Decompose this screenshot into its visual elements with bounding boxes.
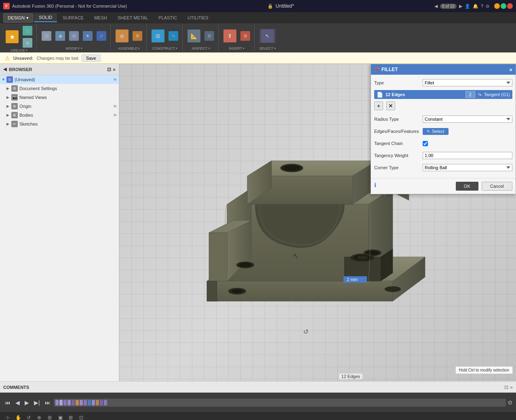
play-prev-button[interactable]: ◀ — [14, 399, 21, 407]
assemble-label[interactable]: ASSEMBLE ▾ — [118, 46, 140, 50]
inspect-label[interactable]: INSPECT ▾ — [192, 46, 210, 50]
save-button[interactable]: Save — [82, 55, 101, 62]
play-next-button[interactable]: ▶| — [32, 399, 42, 407]
browser-expand-icon[interactable]: » — [113, 67, 116, 72]
eye-icon-origin[interactable]: 👁 — [113, 104, 117, 109]
timeline-item-7[interactable] — [80, 400, 83, 405]
expand-arrow-origin[interactable]: ▶ — [6, 104, 11, 108]
cancel-button[interactable]: Cancel — [482, 182, 512, 191]
timeline-item-4[interactable] — [67, 400, 71, 405]
ribbon-btn-inspect-2[interactable]: ⊡ — [203, 30, 216, 42]
ribbon-btn-modify-4[interactable]: ✦ — [81, 30, 94, 42]
ribbon-btn-assemble-main[interactable]: ⊕ — [114, 29, 130, 43]
close-button[interactable] — [507, 3, 513, 9]
tree-item-bodies[interactable]: ▶ ⊞ Bodies 👁 — [0, 111, 119, 120]
tab-mesh[interactable]: MESH — [89, 14, 112, 22]
viewport[interactable]: ↺ ↖ 2 mm ⋮ Hold Ctrl to modify selection… — [119, 64, 516, 381]
tree-item-sketches[interactable]: ▶ ✏ Sketches — [0, 120, 119, 128]
bottom-btn-pan[interactable]: ✋ — [14, 413, 23, 420]
tab-utilities[interactable]: UTILITIES — [183, 14, 213, 22]
bottom-btn-orbit[interactable]: ↺ — [24, 413, 33, 420]
tree-item-named-views[interactable]: ▶ 📷 Named Views — [0, 93, 119, 102]
timeline-track[interactable] — [54, 399, 506, 407]
tangency-weight-input[interactable] — [423, 152, 512, 159]
ribbon-btn-modify-1[interactable]: ◷ — [40, 30, 53, 42]
design-dropdown[interactable]: DESIGN ▾ — [3, 13, 33, 23]
ribbon-btn-construct-main[interactable]: ⊞ — [150, 29, 166, 43]
timeline-item-13[interactable] — [104, 400, 107, 405]
profile-icon[interactable]: ⊙ — [486, 4, 489, 9]
notifications-icon[interactable]: 🔔 — [473, 4, 478, 9]
ribbon-btn-modify-3[interactable]: ⊙ — [67, 30, 80, 42]
ribbon-btn-select-main[interactable]: ↖ — [259, 29, 276, 43]
minimize-button[interactable] — [494, 3, 500, 9]
expand-arrow-bodies[interactable]: ▶ — [6, 113, 11, 117]
modify-label[interactable]: MODIFY ▾ — [66, 46, 82, 50]
remove-edge-button[interactable]: ✕ — [386, 101, 395, 110]
bottom-btn-grid[interactable]: ⊹ — [3, 413, 12, 420]
edge-value-box[interactable]: 2 — [465, 91, 475, 98]
ribbon-btn-inspect-main[interactable]: 📐 — [186, 29, 202, 43]
tab-solid[interactable]: SOLID — [34, 13, 57, 22]
ribbon-btn-create-1[interactable]: ⬡ — [21, 25, 34, 36]
ribbon-btn-insert-main[interactable]: ⬆ — [222, 29, 238, 43]
bottom-btn-view-2[interactable]: ⊞ — [66, 413, 75, 420]
nav-right-icon[interactable]: ▶ — [459, 4, 462, 9]
ribbon-btn-create-main[interactable]: ★ — [4, 29, 20, 44]
tree-item-unsaved[interactable]: ▼ ⊙ (Unsaved) 👁 — [0, 75, 119, 84]
expand-arrow-views[interactable]: ▶ — [6, 95, 11, 99]
timeline-item-10[interactable] — [92, 400, 95, 405]
fillet-pin-icon[interactable]: 📌 — [374, 67, 379, 72]
timeline-item-5[interactable] — [72, 400, 75, 405]
select-button[interactable]: ↖ Select — [423, 128, 449, 135]
timeline-item-3[interactable] — [63, 400, 67, 405]
tangent-chain-checkbox[interactable] — [423, 141, 428, 146]
ribbon-btn-assemble-2[interactable]: ⊞ — [131, 30, 144, 42]
timeline-item-6[interactable] — [76, 400, 79, 405]
eye-icon-unsaved[interactable]: 👁 — [113, 78, 117, 82]
ribbon-btn-create-2[interactable]: ⊞ — [21, 37, 34, 48]
timeline-item-9[interactable] — [88, 400, 91, 405]
play-to-end-button[interactable]: ⏭ — [43, 399, 52, 407]
maximize-button[interactable] — [501, 3, 506, 9]
fillet-type-select[interactable]: Fillet Chamfer — [423, 79, 512, 86]
tree-item-origin[interactable]: ▶ ⊕ Origin 👁 — [0, 102, 119, 111]
account-icon[interactable]: 👤 — [465, 4, 470, 9]
fillet-expand-icon[interactable]: » — [509, 66, 512, 73]
browser-icon-1[interactable]: ⊡ — [107, 67, 111, 72]
tab-sheet-metal[interactable]: SHEET METAL — [113, 14, 153, 22]
corner-type-select[interactable]: Rolling Ball Setback — [423, 164, 512, 171]
play-button[interactable]: ▶ — [23, 399, 31, 407]
expand-arrow-unsaved[interactable]: ▼ — [2, 78, 6, 82]
timeline-item-12[interactable] — [100, 400, 103, 405]
dimension-label[interactable]: 2 mm ⋮ — [343, 276, 367, 283]
expand-arrow-sketches[interactable]: ▶ — [6, 122, 11, 126]
timeline-settings-button[interactable]: ⚙ — [508, 399, 513, 406]
nav-left-icon[interactable]: ◀ — [434, 4, 438, 9]
eye-icon-bodies[interactable]: 👁 — [113, 113, 117, 118]
bottom-btn-view-3[interactable]: ⊡ — [77, 413, 86, 420]
browser-left-arrow[interactable]: ◀ — [3, 67, 6, 72]
timeline-item-11[interactable] — [96, 400, 99, 405]
tree-item-doc-settings[interactable]: ▶ ⚙ Document Settings — [0, 84, 119, 93]
add-edge-button[interactable]: + — [374, 101, 383, 110]
play-to-start-button[interactable]: ⏮ — [3, 399, 12, 407]
timeline-item-2[interactable] — [59, 400, 63, 405]
ribbon-btn-modify-2[interactable]: ◈ — [54, 30, 67, 42]
ribbon-btn-construct-2[interactable]: ⤡ — [167, 30, 180, 42]
timeline-item-8[interactable] — [84, 400, 87, 405]
create-label[interactable]: CREATE ▾ — [11, 48, 27, 52]
bottom-btn-fit[interactable]: ⊞ — [45, 413, 54, 420]
help-icon[interactable]: ? — [481, 4, 483, 8]
expand-arrow-doc[interactable]: ▶ — [6, 86, 11, 90]
bottom-btn-zoom-in[interactable]: ⊕ — [35, 413, 44, 420]
timeline-item-1[interactable] — [55, 400, 59, 405]
comments-icon-1[interactable]: ⊡ — [504, 384, 508, 390]
construct-label[interactable]: CONSTRUCT ▾ — [152, 46, 178, 50]
ok-button[interactable]: OK — [456, 182, 478, 191]
dimension-menu-icon[interactable]: ⋮ — [360, 277, 364, 282]
insert-label[interactable]: INSERT ▾ — [229, 46, 245, 50]
comments-expand-icon[interactable]: » — [510, 384, 513, 390]
ribbon-btn-modify-5[interactable]: ⤢ — [95, 30, 108, 42]
radius-type-select[interactable]: Constant Variable — [423, 116, 512, 123]
